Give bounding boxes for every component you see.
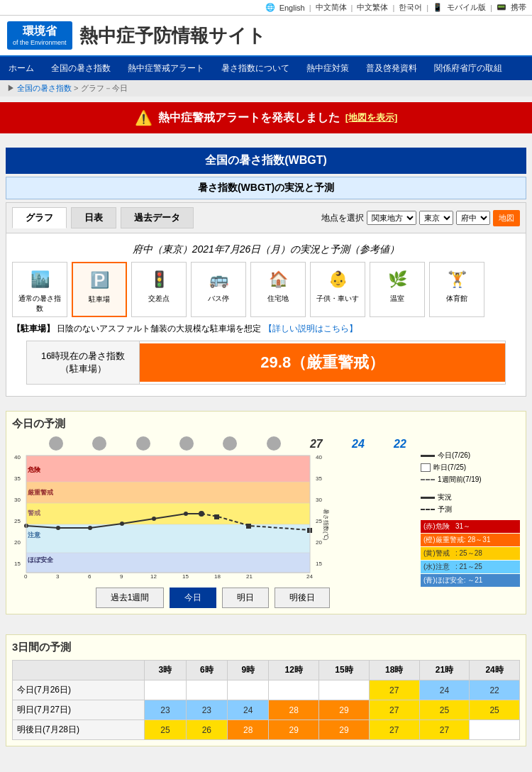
risk-levels: (赤)危険 31～ (橙)厳重警戒: 28～31 (黄)警戒 : 25～28 (… [421, 520, 520, 587]
tab-daily[interactable]: 日表 [71, 207, 116, 228]
weather-15 [267, 436, 281, 451]
icon-gym[interactable]: 🏋️ 体育館 [429, 262, 484, 317]
weather-6 [136, 436, 150, 451]
svg-point-43 [152, 517, 156, 521]
alert-map-link[interactable]: [地図を表示] [345, 111, 398, 124]
risk-warning: (黄)警戒 : 25～28 [421, 547, 520, 560]
svg-point-41 [88, 526, 92, 530]
icon-crossing[interactable]: 🚦 交差点 [131, 262, 187, 317]
lang-english[interactable]: English [279, 4, 305, 12]
region-select[interactable]: 関東地方 [367, 211, 416, 225]
lang-korean[interactable]: 한국어 [399, 2, 422, 13]
nav-alert[interactable]: 熱中症警戒アラート [119, 57, 213, 80]
icon-house[interactable]: 🏠 住宅地 [250, 262, 306, 317]
th-12: 12時 [269, 661, 319, 680]
busstop-icon: 🚌 [201, 265, 236, 294]
tom-18h: 27 [369, 700, 419, 720]
svg-rect-17 [26, 553, 310, 573]
date-title: 府中（東京）2021年7月26日（月）の実況と予測（参考値） [12, 243, 520, 256]
today-6h [186, 680, 227, 700]
icon-child[interactable]: 👶 子供・車いす [310, 262, 365, 317]
main-nav: ホーム 全国の暑さ指数 熱中症警戒アラート 暑さ指数について 熱中症対策 普及啓… [0, 57, 532, 80]
svg-text:15: 15 [316, 561, 322, 567]
breadcrumb-link[interactable]: 全国の暑さ指数 [17, 84, 72, 92]
svg-text:危険: 危険 [27, 466, 41, 473]
icon-busstop[interactable]: 🚌 バス停 [191, 262, 246, 317]
th-3: 3時 [145, 661, 186, 680]
content-inner: 府中（東京）2021年7月26日（月）の実況と予測（参考値） 🏙️ 通常の暑さ指… [6, 233, 526, 396]
site-title: 熱中症予防情報サイト [79, 23, 266, 48]
parking-icon: 🅿️ [82, 266, 117, 294]
ministry-logo: 環境省 of the Environment [7, 21, 72, 50]
city-select[interactable]: 府中 [456, 211, 490, 225]
keitai-link[interactable]: 携帯 [511, 2, 526, 13]
site-header: 環境省 of the Environment 熱中症予防情報サイト [0, 16, 532, 57]
legend-actual-line [421, 497, 435, 499]
icon-greenhouse[interactable]: 🌿 温室 [370, 262, 425, 317]
btn-today[interactable]: 今日 [170, 588, 216, 608]
tab-graph[interactable]: グラフ [12, 207, 67, 228]
nav-measures[interactable]: 熱中症対策 [298, 57, 358, 80]
today-3h [145, 680, 186, 700]
btn-tomorrow[interactable]: 明日 [222, 588, 269, 608]
temp-18: 27 [310, 438, 323, 451]
legend-week-line [421, 479, 435, 481]
svg-text:暑さ指数(℃): 暑さ指数(℃) [323, 509, 329, 541]
legend-actual: 実況 [421, 492, 520, 502]
btn-day-after[interactable]: 明後日 [275, 588, 330, 608]
temp-value: 29.8（厳重警戒） [140, 343, 505, 382]
btn-row: 過去1週間 今日 明日 明後日 [12, 588, 414, 608]
section-title: 全国の暑さ指数(WBGT) [6, 148, 526, 174]
weather-12 [223, 436, 237, 451]
svg-text:25: 25 [316, 518, 322, 524]
nav-materials[interactable]: 普及啓発資料 [358, 57, 426, 80]
icon-normal[interactable]: 🏙️ 通常の暑さ指数 [12, 262, 67, 317]
legend-yesterday-box [421, 463, 431, 472]
nav-about[interactable]: 暑さ指数について [213, 57, 298, 80]
icons-row: 🏙️ 通常の暑さ指数 🅿️ 駐車場 🚦 交差点 🚌 バス停 🏠 住宅地 👶 [12, 262, 520, 317]
icon-parking[interactable]: 🅿️ 駐車場 [72, 262, 127, 317]
nav-nationwide[interactable]: 全国の暑さ指数 [43, 57, 119, 80]
th-21: 21時 [419, 661, 470, 680]
svg-text:15: 15 [14, 561, 21, 567]
mobile-link[interactable]: モバイル版 [447, 2, 486, 13]
map-button[interactable]: 地図 [493, 210, 520, 226]
temp-label: 16時現在の暑さ指数（駐車場） [27, 341, 140, 384]
today-15h [319, 680, 370, 700]
threeday-forecast-section: 3日間の予測 3時 6時 9時 12時 15時 18時 21時 24時 今日(7… [6, 634, 526, 746]
svg-text:15: 15 [182, 573, 189, 580]
label-today: 今日(7月26日) [13, 680, 145, 700]
today-9h [228, 680, 269, 700]
svg-text:30: 30 [14, 497, 21, 503]
tom-9h: 24 [228, 700, 269, 720]
breadcrumb-current: グラフ－今日 [81, 84, 128, 92]
legend-today: 今日(7/26) [421, 451, 520, 461]
pref-select[interactable]: 東京 [419, 211, 453, 225]
th-6: 6時 [186, 661, 227, 680]
label-dayafter: 明後日(7月28日) [13, 720, 145, 740]
nav-home[interactable]: ホーム [0, 57, 43, 80]
svg-text:21: 21 [246, 573, 253, 580]
weather-9 [179, 436, 194, 451]
svg-point-42 [120, 522, 124, 526]
da-9h: 28 [228, 720, 269, 740]
legend-yesterday-label: 昨日(7/25) [433, 463, 466, 473]
da-15h: 29 [319, 720, 370, 740]
today-18h: 27 [369, 680, 419, 700]
legend-yesterday: 昨日(7/25) [421, 463, 520, 473]
nav-ministry[interactable]: 関係府省庁の取組 [426, 57, 511, 80]
svg-text:0: 0 [24, 573, 28, 580]
desc-link[interactable]: 【詳しい説明はこちら】 [264, 324, 358, 333]
lang-chinese-trad[interactable]: 中文繁体 [357, 2, 388, 13]
today-24h: 22 [470, 680, 520, 700]
table-row-tomorrow: 明日(7月27日) 23 23 24 28 29 27 25 25 [13, 700, 520, 720]
btn-past-week[interactable]: 過去1週間 [96, 588, 165, 608]
da-18h: 27 [369, 720, 419, 740]
svg-text:35: 35 [14, 475, 21, 482]
tab-past[interactable]: 過去データ [121, 207, 194, 228]
svg-text:注意: 注意 [28, 531, 41, 539]
lang-chinese-simple[interactable]: 中文简体 [316, 2, 347, 13]
icon-gym-label: 体育館 [446, 294, 467, 304]
icon-greenhouse-label: 温室 [390, 294, 404, 304]
svg-text:25: 25 [14, 518, 21, 524]
